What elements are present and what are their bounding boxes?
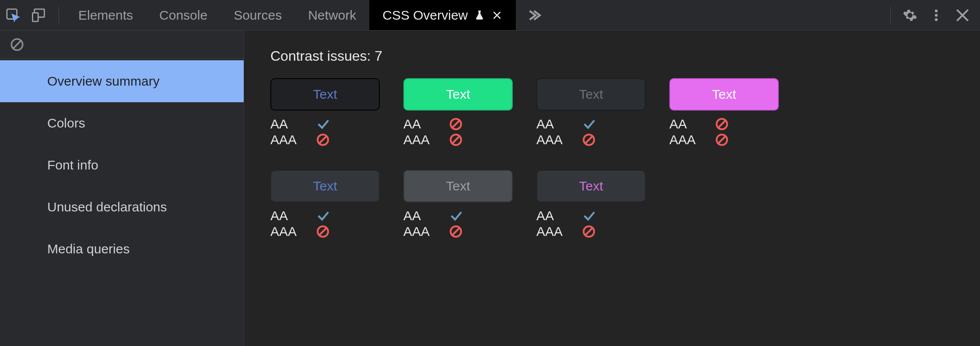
color-swatch[interactable]: Text — [536, 78, 646, 111]
contrast-row-aa: AA — [403, 117, 513, 131]
color-swatch[interactable]: Text — [270, 170, 380, 202]
contrast-rows: AAAAA — [270, 208, 380, 239]
contrast-row-aaa: AAA — [536, 132, 646, 147]
aa-label: AA — [270, 117, 304, 131]
aaa-label: AAA — [536, 224, 570, 239]
contrast-swatch-block: TextAAAAA — [536, 170, 646, 239]
sidebar-item-font-info[interactable]: Font info — [0, 144, 244, 186]
fail-icon — [715, 133, 729, 147]
contrast-swatch-block: TextAAAAA — [403, 78, 513, 147]
contrast-row-aaa: AAA — [536, 224, 646, 239]
check-icon — [316, 117, 331, 131]
aaa-label: AAA — [669, 132, 704, 147]
tab-network[interactable]: Network — [295, 0, 369, 30]
section-title: Contrast issues: 7 — [270, 48, 954, 64]
contrast-swatch-block: TextAAAAA — [270, 78, 380, 147]
fail-icon — [715, 117, 729, 131]
contrast-row-aa: AA — [536, 117, 646, 131]
color-swatch[interactable]: Text — [403, 78, 513, 111]
aa-label: AA — [669, 117, 704, 131]
tab-console[interactable]: Console — [146, 0, 220, 30]
sidebar-list: Overview summary Colors Font info Unused… — [0, 59, 244, 270]
tab-elements[interactable]: Elements — [65, 0, 146, 30]
contrast-swatch-block: TextAAAAA — [403, 170, 513, 239]
tabbar-right-tools — [884, 0, 976, 30]
contrast-row-aaa: AAA — [669, 132, 779, 147]
fail-icon — [449, 133, 463, 147]
tab-css-overview[interactable]: CSS Overview — [369, 0, 516, 30]
divider — [59, 7, 59, 24]
svg-point-3 — [935, 9, 938, 12]
color-swatch[interactable]: Text — [536, 170, 646, 202]
contrast-row-aa: AA — [403, 208, 513, 223]
main-area: Overview summary Colors Font info Unused… — [0, 31, 980, 346]
settings-button[interactable] — [897, 2, 923, 28]
aaa-label: AAA — [403, 224, 438, 239]
tab-sources[interactable]: Sources — [220, 0, 295, 30]
color-swatch[interactable]: Text — [669, 78, 779, 111]
sidebar-item-unused-declarations[interactable]: Unused declarations — [0, 186, 244, 228]
check-icon — [582, 208, 597, 223]
contrast-row-aaa: AAA — [270, 132, 380, 147]
contrast-rows: AAAAA — [669, 117, 779, 147]
device-toolbar-button[interactable] — [26, 2, 52, 28]
contrast-rows: AAAAA — [403, 117, 513, 147]
contrast-swatch-grid: TextAAAAATextAAAAATextAAAAATextAAAAAText… — [270, 78, 839, 239]
kebab-menu-button[interactable] — [923, 2, 949, 28]
contrast-row-aaa: AAA — [270, 224, 380, 239]
aa-label: AA — [536, 117, 570, 131]
aa-label: AA — [403, 208, 438, 223]
contrast-rows: AAAAA — [403, 208, 513, 239]
fail-icon — [582, 225, 596, 239]
svg-rect-2 — [32, 13, 38, 21]
divider — [890, 7, 891, 24]
svg-point-4 — [935, 14, 938, 17]
contrast-rows: AAAAA — [536, 208, 646, 239]
fail-icon — [582, 133, 596, 147]
aaa-label: AAA — [270, 224, 304, 239]
contrast-swatch-block: TextAAAAA — [270, 170, 380, 239]
close-tab-button[interactable] — [491, 10, 503, 21]
tab-label: Elements — [78, 8, 133, 23]
sidebar-item-label: Colors — [47, 116, 85, 131]
sidebar-item-label: Unused declarations — [47, 200, 167, 215]
contrast-row-aaa: AAA — [403, 132, 513, 147]
svg-point-5 — [935, 18, 938, 21]
clear-icon[interactable] — [10, 37, 24, 52]
aa-label: AA — [403, 117, 438, 131]
contrast-swatch-block: TextAAAAA — [669, 78, 779, 147]
sidebar: Overview summary Colors Font info Unused… — [0, 31, 244, 346]
aa-label: AA — [270, 208, 304, 223]
contrast-rows: AAAAA — [270, 117, 380, 147]
sidebar-item-label: Media queries — [47, 242, 130, 256]
sidebar-toolbar — [0, 31, 244, 59]
close-devtools-button[interactable] — [949, 2, 976, 28]
fail-icon — [449, 225, 463, 239]
contrast-row-aaa: AAA — [403, 224, 513, 239]
contrast-rows: AAAAA — [536, 117, 646, 147]
tab-label: CSS Overview — [382, 8, 468, 23]
sidebar-item-label: Overview summary — [47, 74, 160, 89]
color-swatch[interactable]: Text — [403, 170, 513, 202]
more-tabs-button[interactable] — [516, 0, 551, 30]
sidebar-item-label: Font info — [47, 158, 98, 173]
contrast-row-aa: AA — [270, 117, 380, 131]
fail-icon — [316, 133, 330, 147]
beaker-icon — [474, 10, 485, 21]
aaa-label: AAA — [403, 132, 438, 147]
contrast-row-aa: AA — [270, 208, 380, 223]
tab-label: Sources — [234, 8, 282, 23]
aa-label: AA — [536, 208, 570, 223]
inspect-element-button[interactable] — [0, 2, 26, 28]
sidebar-item-overview-summary[interactable]: Overview summary — [0, 60, 244, 102]
contrast-swatch-block: TextAAAAA — [536, 78, 646, 147]
contrast-row-aa: AA — [669, 117, 779, 131]
check-icon — [449, 208, 464, 223]
color-swatch[interactable]: Text — [270, 78, 380, 111]
sidebar-item-media-queries[interactable]: Media queries — [0, 228, 244, 270]
contrast-row-aa: AA — [536, 208, 646, 223]
tabbar-left-tools — [0, 0, 65, 30]
tab-label: Console — [159, 8, 207, 23]
devtools-tabbar: Elements Console Sources Network CSS Ove… — [0, 0, 980, 31]
sidebar-item-colors[interactable]: Colors — [0, 102, 244, 144]
